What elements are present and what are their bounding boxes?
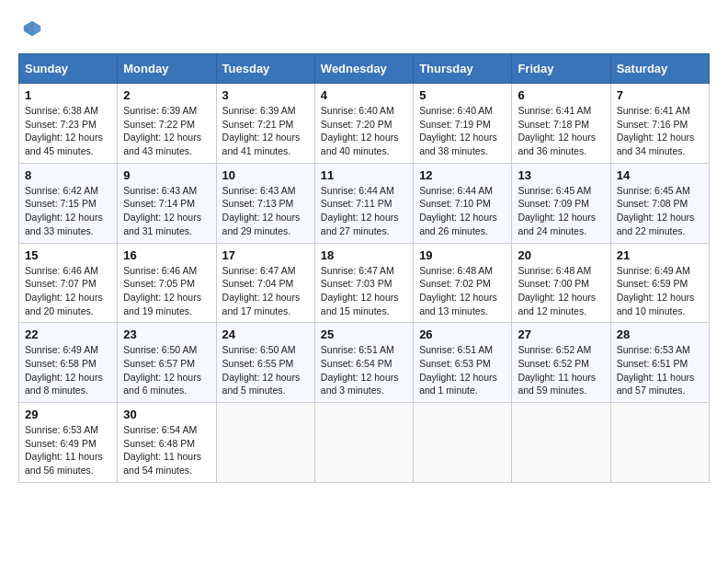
day-info: Sunrise: 6:52 AM Sunset: 6:52 PM Dayligh…	[518, 343, 604, 397]
day-info: Sunrise: 6:50 AM Sunset: 6:57 PM Dayligh…	[123, 343, 210, 397]
day-number: 27	[518, 327, 604, 341]
calendar-cell: 20Sunrise: 6:48 AM Sunset: 7:00 PM Dayli…	[512, 243, 610, 323]
day-info: Sunrise: 6:38 AM Sunset: 7:23 PM Dayligh…	[25, 104, 111, 158]
day-info: Sunrise: 6:42 AM Sunset: 7:15 PM Dayligh…	[25, 184, 111, 238]
day-number: 30	[123, 408, 210, 421]
day-number: 1	[25, 88, 111, 102]
day-number: 6	[518, 88, 604, 102]
day-number: 14	[617, 168, 703, 182]
day-number: 26	[419, 327, 506, 341]
day-number: 12	[419, 168, 506, 182]
calendar-cell: 7Sunrise: 6:41 AM Sunset: 7:16 PM Daylig…	[610, 84, 709, 164]
calendar-cell: 22Sunrise: 6:49 AM Sunset: 6:58 PM Dayli…	[19, 323, 118, 403]
day-number: 19	[419, 248, 506, 262]
column-header-wednesday: Wednesday	[314, 54, 413, 84]
calendar-cell: 18Sunrise: 6:47 AM Sunset: 7:03 PM Dayli…	[314, 243, 413, 323]
day-number: 13	[518, 168, 604, 182]
day-number: 16	[123, 248, 210, 262]
calendar-cell: 13Sunrise: 6:45 AM Sunset: 7:09 PM Dayli…	[512, 163, 610, 243]
column-header-saturday: Saturday	[610, 54, 709, 84]
day-number: 9	[123, 168, 210, 182]
day-number: 20	[518, 248, 604, 262]
calendar-cell: 2Sunrise: 6:39 AM Sunset: 7:22 PM Daylig…	[118, 84, 216, 164]
calendar-cell: 19Sunrise: 6:48 AM Sunset: 7:02 PM Dayli…	[414, 243, 512, 323]
day-number: 18	[321, 248, 407, 262]
day-info: Sunrise: 6:40 AM Sunset: 7:20 PM Dayligh…	[321, 104, 407, 158]
column-header-sunday: Sunday	[19, 54, 118, 84]
day-number: 22	[25, 327, 111, 341]
day-info: Sunrise: 6:54 AM Sunset: 6:48 PM Dayligh…	[123, 423, 210, 477]
calendar-cell	[414, 403, 512, 483]
day-info: Sunrise: 6:40 AM Sunset: 7:19 PM Dayligh…	[419, 104, 506, 158]
calendar-cell: 10Sunrise: 6:43 AM Sunset: 7:13 PM Dayli…	[216, 163, 314, 243]
logo	[18, 18, 42, 39]
day-number: 21	[617, 248, 703, 262]
calendar-cell	[216, 403, 314, 483]
calendar-week-5: 29Sunrise: 6:53 AM Sunset: 6:49 PM Dayli…	[19, 403, 710, 483]
calendar-cell: 9Sunrise: 6:43 AM Sunset: 7:14 PM Daylig…	[118, 163, 216, 243]
day-info: Sunrise: 6:39 AM Sunset: 7:21 PM Dayligh…	[222, 104, 309, 158]
column-header-thursday: Thursday	[414, 54, 512, 84]
calendar-cell: 24Sunrise: 6:50 AM Sunset: 6:55 PM Dayli…	[216, 323, 314, 403]
calendar-cell: 17Sunrise: 6:47 AM Sunset: 7:04 PM Dayli…	[216, 243, 314, 323]
calendar-cell	[512, 403, 610, 483]
day-info: Sunrise: 6:50 AM Sunset: 6:55 PM Dayligh…	[222, 343, 309, 397]
day-number: 7	[617, 88, 703, 102]
day-info: Sunrise: 6:41 AM Sunset: 7:16 PM Dayligh…	[617, 104, 703, 158]
calendar-cell: 11Sunrise: 6:44 AM Sunset: 7:11 PM Dayli…	[314, 163, 413, 243]
day-number: 15	[25, 248, 111, 262]
calendar-cell: 26Sunrise: 6:51 AM Sunset: 6:53 PM Dayli…	[414, 323, 512, 403]
calendar-cell: 3Sunrise: 6:39 AM Sunset: 7:21 PM Daylig…	[216, 84, 314, 164]
day-info: Sunrise: 6:45 AM Sunset: 7:09 PM Dayligh…	[518, 184, 604, 238]
day-info: Sunrise: 6:47 AM Sunset: 7:04 PM Dayligh…	[222, 264, 309, 318]
calendar-week-2: 8Sunrise: 6:42 AM Sunset: 7:15 PM Daylig…	[19, 163, 710, 243]
calendar-week-1: 1Sunrise: 6:38 AM Sunset: 7:23 PM Daylig…	[19, 84, 710, 164]
day-number: 29	[25, 408, 111, 421]
calendar-header-row: SundayMondayTuesdayWednesdayThursdayFrid…	[19, 54, 710, 84]
calendar-table: SundayMondayTuesdayWednesdayThursdayFrid…	[18, 53, 710, 483]
calendar-cell: 5Sunrise: 6:40 AM Sunset: 7:19 PM Daylig…	[414, 84, 512, 164]
calendar-cell: 28Sunrise: 6:53 AM Sunset: 6:51 PM Dayli…	[610, 323, 709, 403]
column-header-tuesday: Tuesday	[216, 54, 314, 84]
day-number: 5	[419, 88, 506, 102]
calendar-cell	[314, 403, 413, 483]
calendar-cell	[610, 403, 709, 483]
day-number: 2	[123, 88, 210, 102]
calendar-cell: 21Sunrise: 6:49 AM Sunset: 6:59 PM Dayli…	[610, 243, 709, 323]
day-info: Sunrise: 6:46 AM Sunset: 7:07 PM Dayligh…	[25, 264, 111, 318]
day-info: Sunrise: 6:48 AM Sunset: 7:02 PM Dayligh…	[419, 264, 506, 318]
column-header-monday: Monday	[118, 54, 216, 84]
day-info: Sunrise: 6:44 AM Sunset: 7:10 PM Dayligh…	[419, 184, 506, 238]
day-info: Sunrise: 6:51 AM Sunset: 6:54 PM Dayligh…	[321, 343, 407, 397]
day-number: 24	[222, 327, 309, 341]
day-number: 25	[321, 327, 407, 341]
calendar-cell: 8Sunrise: 6:42 AM Sunset: 7:15 PM Daylig…	[19, 163, 118, 243]
day-info: Sunrise: 6:43 AM Sunset: 7:13 PM Dayligh…	[222, 184, 309, 238]
calendar-cell: 30Sunrise: 6:54 AM Sunset: 6:48 PM Dayli…	[118, 403, 216, 483]
calendar-cell: 6Sunrise: 6:41 AM Sunset: 7:18 PM Daylig…	[512, 84, 610, 164]
calendar-cell: 23Sunrise: 6:50 AM Sunset: 6:57 PM Dayli…	[118, 323, 216, 403]
day-number: 11	[321, 168, 407, 182]
day-info: Sunrise: 6:51 AM Sunset: 6:53 PM Dayligh…	[419, 343, 506, 397]
day-number: 8	[25, 168, 111, 182]
day-info: Sunrise: 6:43 AM Sunset: 7:14 PM Dayligh…	[123, 184, 210, 238]
page-header	[18, 18, 710, 39]
calendar-cell: 12Sunrise: 6:44 AM Sunset: 7:10 PM Dayli…	[414, 163, 512, 243]
day-number: 17	[222, 248, 309, 262]
day-info: Sunrise: 6:53 AM Sunset: 6:49 PM Dayligh…	[25, 423, 111, 477]
day-info: Sunrise: 6:49 AM Sunset: 6:58 PM Dayligh…	[25, 343, 111, 397]
day-info: Sunrise: 6:39 AM Sunset: 7:22 PM Dayligh…	[123, 104, 210, 158]
calendar-cell: 14Sunrise: 6:45 AM Sunset: 7:08 PM Dayli…	[610, 163, 709, 243]
calendar-cell: 25Sunrise: 6:51 AM Sunset: 6:54 PM Dayli…	[314, 323, 413, 403]
calendar-cell: 27Sunrise: 6:52 AM Sunset: 6:52 PM Dayli…	[512, 323, 610, 403]
calendar-cell: 1Sunrise: 6:38 AM Sunset: 7:23 PM Daylig…	[19, 84, 118, 164]
column-header-friday: Friday	[512, 54, 610, 84]
day-number: 4	[321, 88, 407, 102]
day-number: 10	[222, 168, 309, 182]
day-info: Sunrise: 6:46 AM Sunset: 7:05 PM Dayligh…	[123, 264, 210, 318]
day-info: Sunrise: 6:49 AM Sunset: 6:59 PM Dayligh…	[617, 264, 703, 318]
day-info: Sunrise: 6:41 AM Sunset: 7:18 PM Dayligh…	[518, 104, 604, 158]
calendar-cell: 15Sunrise: 6:46 AM Sunset: 7:07 PM Dayli…	[19, 243, 118, 323]
day-number: 23	[123, 327, 210, 341]
day-info: Sunrise: 6:47 AM Sunset: 7:03 PM Dayligh…	[321, 264, 407, 318]
